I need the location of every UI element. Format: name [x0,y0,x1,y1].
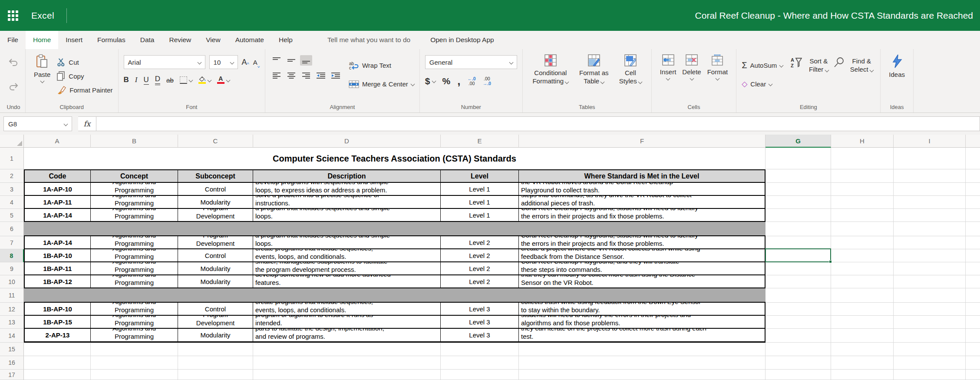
cell-A15[interactable] [24,343,91,356]
cell-x17[interactable] [966,370,980,380]
cell-D10[interactable]: develop something new or add more advanc… [253,275,441,287]
borders-button[interactable] [180,76,192,84]
cell-x13[interactable] [966,316,980,329]
cell-H13[interactable] [831,316,894,329]
cell-B3[interactable]: Algorithms andProgramming [91,183,178,195]
row-header-1[interactable]: 1 [0,148,24,169]
cell-x16[interactable] [966,356,980,370]
ideas-button[interactable]: Ideas [886,53,908,79]
cell-G6[interactable] [766,222,831,236]
format-cells-dropdown-icon[interactable] [716,76,720,81]
cell-styles-dropdown-icon[interactable] [638,80,642,84]
cell-x4[interactable] [966,196,980,209]
cell-E13[interactable]: Level 3 [441,316,519,328]
row-header-16[interactable]: 16 [0,356,24,370]
cell-H12[interactable] [831,303,894,316]
font-size-select[interactable]: 10 [209,55,238,69]
cell-G8[interactable] [766,249,831,262]
column-header-D[interactable]: D [253,135,441,148]
sheet-title-cell[interactable]: Computer Science Teachers Association (C… [24,148,766,169]
menu-automate[interactable]: Automate [228,31,271,49]
cell-E7[interactable]: Level 2 [441,236,519,248]
cell-A5[interactable]: 1A-AP-14 [24,209,91,221]
cell-F15[interactable] [519,343,766,356]
decrease-decimal-button[interactable]: .00→.0 [483,76,491,86]
cell-F10[interactable]: that they can modify to collect more tra… [519,275,766,287]
cell-G13[interactable] [766,316,831,329]
cell-B7[interactable]: Algorithms andProgramming [91,236,178,248]
number-format-select[interactable]: General [425,55,517,69]
column-header-I[interactable]: I [894,135,966,148]
cell-x8[interactable] [966,249,980,262]
copy-button[interactable]: Copy [57,70,112,82]
cell-E14[interactable]: Level 3 [441,329,519,341]
separator-row[interactable] [24,222,766,236]
cell-B10[interactable]: Algorithms andProgramming [91,275,178,287]
cell-G5[interactable] [766,209,831,222]
cell-F7[interactable]: Coral Reef Cleanup Playground, students … [519,236,766,248]
cell-x6[interactable] [966,222,980,236]
cell-F2[interactable]: Where Standard is Met in the Level [519,170,766,182]
fx-icon[interactable]: fx [78,116,96,131]
cell-x12[interactable] [966,303,980,316]
cell-D7[interactable]: a program that includes sequences and si… [253,236,441,248]
cell-A16[interactable] [24,356,91,370]
cell-E17[interactable] [441,370,519,380]
cell-I10[interactable] [894,275,966,288]
cell-C8[interactable]: Control [178,249,253,261]
cell-B4[interactable]: Algorithms andProgramming [91,196,178,208]
cell-H10[interactable] [831,275,894,288]
menu-formulas[interactable]: Formulas [90,31,133,49]
decrease-indent-button[interactable] [315,70,327,81]
menu-view[interactable]: View [198,31,228,49]
cell-x5[interactable] [966,209,980,222]
fill-color-dropdown-icon[interactable] [207,78,211,82]
undo-icon[interactable] [7,56,20,69]
cell-A10[interactable]: 1B-AP-12 [24,275,91,287]
cell-B13[interactable]: Algorithms andProgramming [91,316,178,328]
cell-F16[interactable] [519,356,766,370]
cell-H1[interactable] [831,148,894,169]
row-header-9[interactable]: 9 [0,262,24,275]
row-header-14[interactable]: 14 [0,329,24,343]
cell-I2[interactable] [894,169,966,183]
fill-color-button[interactable] [198,76,211,84]
cell-B14[interactable]: Algorithms andProgramming [91,329,178,341]
cell-C10[interactable]: Modularity [178,275,253,287]
clear-dropdown-icon[interactable] [769,82,773,86]
formula-input[interactable] [96,116,980,131]
italic-button[interactable]: I [135,76,138,84]
cell-H2[interactable] [831,169,894,183]
format-as-table-button[interactable]: Format as Table [573,53,615,86]
row-header-13[interactable]: 13 [0,316,24,329]
cell-E12[interactable]: Level 3 [441,303,519,315]
cell-C4[interactable]: Modularity [178,196,253,208]
cell-A9[interactable]: 1B-AP-11 [24,262,91,274]
cell-G4[interactable] [766,196,831,209]
cell-H4[interactable] [831,196,894,209]
merge-center-dropdown-icon[interactable] [410,82,415,86]
grow-font-button[interactable]: A^ [242,58,249,67]
font-size-dropdown-icon[interactable] [230,60,234,64]
increase-indent-button[interactable] [330,70,342,81]
cell-H14[interactable] [831,329,894,343]
cell-F14[interactable]: they can iterate on the projects to coll… [519,329,766,341]
conditional-formatting-dropdown-icon[interactable] [565,80,569,84]
cell-C17[interactable] [178,370,253,380]
align-top-button[interactable] [271,55,283,66]
row-header-3[interactable]: 3 [0,183,24,196]
font-family-dropdown-icon[interactable] [197,60,201,64]
cell-B9[interactable]: Algorithms andProgramming [91,262,178,274]
cell-D2[interactable]: Description [253,170,441,182]
fill-handle[interactable] [829,260,832,263]
format-cells-button[interactable]: Format [704,53,731,81]
cell-I8[interactable] [894,249,966,262]
cell-D17[interactable] [253,370,441,380]
cell-D5[interactable]: a program that includes sequences and si… [253,209,441,221]
cell-I5[interactable] [894,209,966,222]
cell-D8[interactable]: create programs that include sequences,e… [253,249,441,261]
cell-x9[interactable] [966,262,980,275]
cell-I13[interactable] [894,316,966,329]
open-in-desktop-app[interactable]: Open in Desktop App [423,31,502,49]
cell-G3[interactable] [766,183,831,196]
